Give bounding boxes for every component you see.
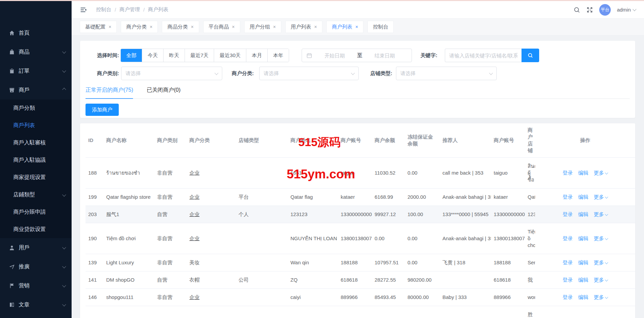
- login-link[interactable]: 登录: [563, 235, 573, 241]
- merchant-class-link[interactable]: 企业: [189, 294, 200, 300]
- cell-actions: 登录编辑更多: [535, 206, 635, 223]
- merchant-class-link[interactable]: 企业: [189, 211, 200, 217]
- add-merchant-button[interactable]: 添加商户: [86, 104, 119, 116]
- tag-platform-goods[interactable]: 平台商品: [203, 21, 240, 33]
- edit-link[interactable]: 编辑: [578, 170, 588, 176]
- sidebar-item-merchant-entry-agreement[interactable]: 商戶入駐協議: [0, 152, 72, 169]
- login-link[interactable]: 登录: [563, 194, 573, 200]
- login-link[interactable]: 登录: [563, 170, 573, 176]
- merchant-class-link[interactable]: 企业: [189, 235, 200, 241]
- time-option-yesterday[interactable]: 昨天: [163, 49, 185, 62]
- category-filter-row: 商户类别: 请选择 商户分类: 请选择 店铺类型: 请选择: [80, 67, 497, 80]
- tag-user-list[interactable]: 用户列表: [285, 21, 322, 33]
- edit-link[interactable]: 编辑: [578, 294, 588, 300]
- chevron-down-icon: [62, 283, 66, 287]
- user-menu[interactable]: admin: [617, 7, 636, 13]
- chevron-down-icon: [62, 264, 66, 268]
- close-icon[interactable]: [273, 24, 276, 29]
- tab-open-merchants[interactable]: 正常开启的商户(75): [86, 87, 133, 99]
- more-link[interactable]: 更多: [594, 211, 608, 217]
- login-link[interactable]: 登录: [563, 211, 573, 217]
- close-icon[interactable]: [191, 24, 193, 29]
- sidebar-item-business-loan-settings[interactable]: 商业贷款设置: [0, 221, 72, 238]
- time-option-this-year[interactable]: 本年: [267, 49, 289, 62]
- close-icon[interactable]: [109, 24, 111, 29]
- merchant-class-link[interactable]: 企业: [189, 194, 200, 200]
- keyword-input[interactable]: [445, 49, 522, 62]
- search-icon[interactable]: [573, 6, 580, 13]
- sidebar-item-merchant-entry-review[interactable]: 商戶入駐審核: [0, 134, 72, 152]
- cell-id: 141: [86, 271, 103, 289]
- date-range-picker[interactable]: 至: [302, 49, 412, 62]
- more-link[interactable]: 更多: [594, 194, 608, 200]
- tag-goods-category[interactable]: 商品分类: [162, 21, 199, 33]
- sidebar-item-merchant[interactable]: 商戶: [0, 81, 72, 100]
- tag-basic-config[interactable]: 基礎配置: [80, 21, 117, 33]
- chevron-down-icon: [62, 50, 66, 53]
- sidebar-item-merchant-category[interactable]: 商戶分類: [0, 100, 72, 117]
- sidebar-collapse-icon[interactable]: [80, 6, 87, 14]
- cell-merchant-person: NGUYỄN THỊ LOAN: [288, 223, 338, 254]
- merchant-type-select[interactable]: 请选择: [121, 67, 222, 80]
- sidebar-item-split-account-apply[interactable]: 商戶分賬申請: [0, 204, 72, 221]
- sidebar-item-orders[interactable]: 訂單: [0, 61, 72, 81]
- sidebar-item-marketing[interactable]: 营销: [0, 276, 72, 295]
- shop-type-select[interactable]: 请选择: [396, 67, 497, 80]
- tab-closed-merchants[interactable]: 已关闭商户(0): [147, 87, 181, 99]
- tag-merchant-category[interactable]: 商户分类: [121, 21, 158, 33]
- avatar[interactable]: 平台: [599, 4, 611, 16]
- column-header: 商户类别: [154, 123, 187, 158]
- tag-user-group[interactable]: 用户分组: [244, 21, 281, 33]
- cell-actions: 登录编辑更多: [535, 289, 635, 306]
- close-icon[interactable]: [232, 24, 235, 29]
- cell-referrer: [440, 271, 491, 289]
- sidebar-item-home[interactable]: 首頁: [0, 23, 72, 42]
- fullscreen-icon[interactable]: [586, 6, 593, 13]
- sidebar-item-promotion[interactable]: 推廣: [0, 257, 72, 276]
- sidebar-item-shop-type[interactable]: 店鋪類型: [0, 186, 72, 204]
- chevron-down-icon: [62, 245, 66, 249]
- time-option-last7days[interactable]: 最近7天: [185, 49, 214, 62]
- login-link[interactable]: 登录: [563, 294, 573, 300]
- cell-merchant-account-2: kataer: [491, 189, 525, 206]
- time-option-last30days[interactable]: 最近30天: [214, 49, 246, 62]
- search-button[interactable]: [522, 49, 539, 62]
- time-option-all[interactable]: 全部: [121, 49, 142, 62]
- breadcrumb-item-console[interactable]: 控制台: [96, 6, 111, 13]
- start-date-input[interactable]: [312, 52, 357, 59]
- close-icon[interactable]: [150, 24, 152, 29]
- login-link[interactable]: 登录: [563, 260, 573, 265]
- sidebar-item-label: 商戶分賬申請: [13, 209, 65, 216]
- sidebar-item-articles[interactable]: 文章: [0, 295, 72, 314]
- sidebar-item-merchant-list[interactable]: 商戶列表: [0, 117, 72, 134]
- close-icon[interactable]: [314, 24, 317, 29]
- merchant-class-select[interactable]: 请选择: [259, 67, 359, 80]
- edit-link[interactable]: 编辑: [578, 211, 588, 217]
- login-link[interactable]: 登录: [563, 277, 573, 283]
- time-option-today[interactable]: 今天: [142, 49, 163, 62]
- more-link[interactable]: 更多: [594, 294, 608, 300]
- breadcrumb-item-merchant-list[interactable]: 商户列表: [148, 6, 168, 13]
- edit-link[interactable]: 编辑: [578, 260, 588, 265]
- time-option-this-month[interactable]: 本月: [246, 49, 267, 62]
- sidebar-item-withdraw-settings[interactable]: 商家提现设置: [0, 169, 72, 186]
- more-link[interactable]: 更多: [594, 235, 608, 241]
- end-date-input[interactable]: [362, 52, 408, 59]
- more-link[interactable]: 更多: [594, 277, 608, 283]
- more-link[interactable]: 更多: [594, 260, 608, 265]
- edit-link[interactable]: 编辑: [578, 235, 588, 241]
- sidebar-item-users[interactable]: 用戶: [0, 238, 72, 257]
- sidebar-item-goods[interactable]: 商品: [0, 42, 72, 61]
- close-icon[interactable]: [355, 24, 358, 29]
- edit-link[interactable]: 编辑: [578, 277, 588, 283]
- cell-merchant-class: 企业: [187, 206, 236, 223]
- cell-frozen-deposit: 0.00: [405, 254, 440, 271]
- more-link[interactable]: 更多: [594, 170, 608, 176]
- breadcrumb-item-merchant-management[interactable]: 商户管理: [119, 6, 140, 13]
- tag-merchant-list[interactable]: 商户列表: [326, 21, 363, 33]
- merchant-class-link[interactable]: 企业: [189, 170, 200, 176]
- cell-merchant-account: 13300000000: [338, 206, 372, 223]
- edit-link[interactable]: 编辑: [578, 194, 588, 200]
- tag-console[interactable]: 控制台: [367, 21, 394, 33]
- cell-actions: 登录编辑更多: [535, 254, 635, 271]
